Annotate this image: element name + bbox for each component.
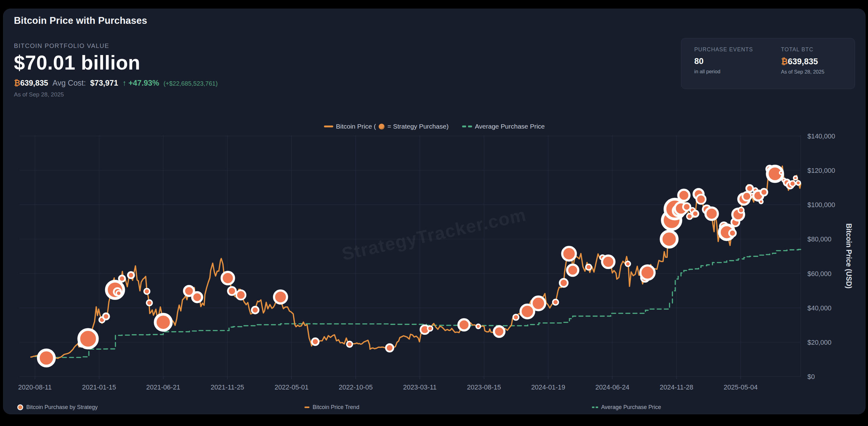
total-btc-value: ₿639,835: [781, 57, 855, 66]
up-arrow-icon: ↑: [122, 79, 126, 87]
chart-legend-top: Bitcoin Price ( = Strategy Purchase) Ave…: [3, 123, 865, 130]
portfolio-value-label: BITCOIN PORTFOLIO VALUE: [14, 42, 218, 50]
legend-average-purchase-price[interactable]: Average Purchase Price: [462, 123, 545, 130]
legend-item-price-trend[interactable]: Bitcoin Price Trend: [290, 404, 578, 410]
total-btc-label: TOTAL BTC: [781, 47, 855, 53]
price-line-swatch-icon: [324, 125, 333, 127]
total-btc-caption: As of Sep 28, 2025: [781, 69, 855, 75]
avg-cost-label: Avg Cost:: [53, 79, 86, 88]
chart-legend-bottom: Bitcoin Purchase by Strategy Bitcoin Pri…: [3, 404, 865, 410]
purchase-events-label: PURCHASE EVENTS: [694, 47, 768, 53]
avg-cost-value: $73,971: [90, 79, 118, 88]
avg-dash-swatch-icon: [592, 406, 598, 408]
purchase-dot-icon: [17, 404, 23, 410]
portfolio-metrics: ₿639,835 Avg Cost: $73,971 ↑ +47.93% (+$…: [14, 79, 218, 88]
btc-symbol-icon: ₿: [14, 79, 20, 88]
stat-purchase-events: PURCHASE EVENTS 80 in all period: [681, 38, 768, 89]
legend-item-purchases[interactable]: Bitcoin Purchase by Strategy: [3, 404, 290, 410]
stat-total-btc: TOTAL BTC ₿639,835 As of Sep 28, 2025: [768, 38, 855, 89]
as-of-date: As of Sep 28, 2025: [14, 91, 218, 98]
price-line-swatch-icon: [305, 406, 309, 408]
btc-holdings-value: 639,835: [20, 79, 48, 87]
stats-box: PURCHASE EVENTS 80 in all period TOTAL B…: [681, 38, 855, 89]
dashboard-card: Bitcoin Price with Purchases BITCOIN POR…: [3, 9, 866, 414]
gain-absolute: (+$22,685,523,761): [163, 80, 218, 87]
btc-holdings: ₿639,835: [14, 79, 48, 88]
page-title: Bitcoin Price with Purchases: [14, 15, 218, 26]
purchase-events-caption: in all period: [694, 69, 768, 74]
purchase-events-value: 80: [694, 57, 768, 66]
gain-percent: ↑ +47.93%: [122, 79, 159, 88]
legend-item-avg-price[interactable]: Average Purchase Price: [578, 404, 865, 410]
avg-dash-swatch-icon: [462, 125, 472, 127]
purchase-dot-icon: [379, 124, 384, 129]
legend-bitcoin-price[interactable]: Bitcoin Price ( = Strategy Purchase): [324, 123, 448, 130]
btc-symbol-icon: ₿: [781, 57, 788, 66]
portfolio-value: $70.01 billion: [14, 51, 218, 74]
header: Bitcoin Price with Purchases BITCOIN POR…: [14, 15, 218, 98]
